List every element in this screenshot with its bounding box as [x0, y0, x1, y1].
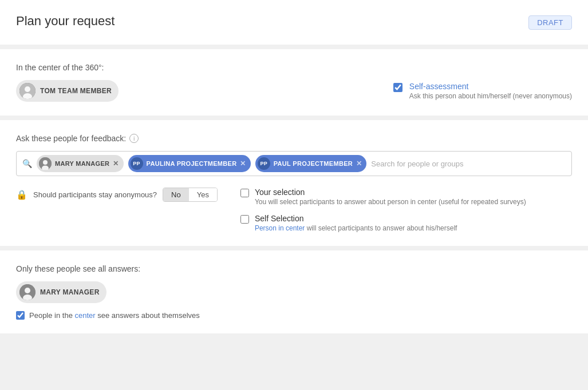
info-icon[interactable]: i	[129, 134, 139, 143]
feedback-label-row: Ask these people for feedback: i	[16, 134, 572, 143]
participant-avatar-paulina: PP	[131, 157, 143, 170]
participant-name-mary: MARY MANAGER	[55, 160, 109, 167]
your-selection-option: Your selection You will select participa…	[240, 188, 572, 206]
remove-paul-button[interactable]: ✕	[356, 160, 362, 168]
svg-point-4	[43, 160, 48, 165]
anonymous-row: 🔒 Should participants stay anonymous? No…	[16, 188, 218, 202]
svg-point-7	[25, 288, 30, 293]
center-link: center	[75, 311, 96, 320]
center-person-name: TOM TEAM MEMBER	[40, 87, 112, 95]
people-center-row: People in the center see answers about t…	[16, 311, 572, 320]
center-person-chip: TOM TEAM MEMBER	[16, 80, 119, 102]
participant-name-paulina: PAULINA PROJECTMEMBER	[147, 160, 237, 167]
center-section-label: In the center of the 360°:	[16, 63, 572, 72]
anonymous-question: Should participants stay anonymous?	[33, 190, 157, 199]
self-selection-description: Person in center will select participant…	[255, 224, 457, 232]
participant-chip-paul: PP PAUL PROJECTMEMBER ✕	[255, 155, 367, 172]
remove-mary-button[interactable]: ✕	[113, 160, 119, 168]
search-placeholder[interactable]: Search for people or groups	[371, 160, 566, 168]
answers-section-label: Only these people see all answers:	[16, 264, 572, 273]
your-selection-label: Your selection	[255, 188, 526, 197]
self-selection-label: Self Selection	[255, 214, 457, 223]
page-title: Plan your request	[16, 14, 115, 29]
answers-person-avatar	[19, 284, 35, 300]
your-selection-description: You will select participants to answer a…	[255, 198, 526, 206]
participant-avatar-paul: PP	[258, 157, 270, 170]
self-assessment-label: Self-assessment	[409, 82, 572, 91]
participants-search-box: 🔍 MARY MANAGER ✕ PP PAULINA PROJECTMEMBE…	[16, 151, 572, 176]
anonymous-yes-button[interactable]: Yes	[189, 188, 217, 201]
your-selection-checkbox[interactable]	[240, 189, 249, 197]
remove-paulina-button[interactable]: ✕	[240, 160, 246, 168]
center-person-avatar	[19, 83, 35, 99]
self-assessment-description: Ask this person about him/herself (never…	[409, 92, 572, 100]
self-assessment-container: Self-assessment Ask this person about hi…	[393, 82, 572, 100]
participant-avatar-mary	[39, 157, 52, 170]
participant-chip-paulina: PP PAULINA PROJECTMEMBER ✕	[128, 155, 251, 172]
answers-person-chip: MARY MANAGER	[16, 281, 106, 303]
anonymous-toggle: No Yes	[163, 188, 218, 202]
participant-name-paul: PAUL PROJECTMEMBER	[274, 160, 353, 167]
draft-badge: DRAFT	[528, 15, 572, 30]
people-center-label: People in the center see answers about t…	[29, 311, 200, 320]
svg-point-1	[25, 86, 30, 92]
participant-chip-mary: MARY MANAGER ✕	[37, 155, 124, 172]
feedback-label: Ask these people for feedback:	[16, 134, 126, 143]
answers-person-name: MARY MANAGER	[40, 288, 100, 296]
lock-icon: 🔒	[16, 189, 27, 200]
self-selection-checkbox[interactable]	[240, 215, 249, 224]
self-selection-link: Person in center	[255, 224, 305, 232]
self-assessment-checkbox[interactable]	[393, 83, 402, 92]
search-icon: 🔍	[22, 159, 32, 168]
anonymous-no-button[interactable]: No	[163, 188, 189, 201]
people-center-checkbox[interactable]	[16, 311, 25, 320]
selection-options: Your selection You will select participa…	[240, 188, 572, 232]
self-selection-option: Self Selection Person in center will sel…	[240, 214, 572, 232]
